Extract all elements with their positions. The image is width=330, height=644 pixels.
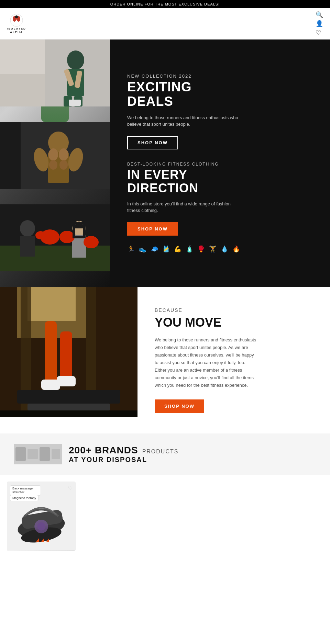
svg-rect-17 — [0, 122, 21, 189]
brands-image-strip — [14, 444, 62, 464]
wishlist-icon[interactable]: ♡ — [316, 29, 323, 36]
svg-point-31 — [35, 231, 46, 239]
hero-image-boxing — [0, 204, 110, 287]
svg-point-20 — [48, 148, 58, 161]
treadmill-desc: We belong to those runners and fitness e… — [155, 336, 258, 389]
category-icon-fire[interactable]: 🔥 — [232, 245, 240, 253]
product-label-magnetic: Magnetic therapy — [10, 495, 38, 501]
product-image: Back massager stretcher Magnetic therapy… — [7, 482, 75, 551]
category-icon-run[interactable]: 🏃 — [127, 245, 135, 253]
svg-rect-48 — [0, 410, 138, 417]
logo-icon — [10, 13, 23, 27]
svg-point-8 — [67, 50, 84, 70]
user-icon[interactable]: 👤 — [316, 20, 323, 27]
svg-rect-27 — [0, 246, 110, 271]
svg-point-35 — [84, 236, 99, 248]
shop-now-button-3[interactable]: SHOP NOW — [155, 399, 204, 413]
svg-rect-42 — [45, 321, 57, 383]
treadmill-because: BECAUSE — [155, 307, 313, 313]
hero-section: NEW COLLECTION 2022 EXCITING DEALS We be… — [0, 39, 330, 287]
svg-rect-50 — [15, 447, 26, 461]
hero-exciting-deals: EXCITING DEALS — [127, 80, 313, 109]
hero-desc2: In this online store you'll find a wide … — [127, 201, 244, 214]
product-label-massager: Back massager stretcher — [10, 485, 41, 496]
category-icon-boxing[interactable]: 🥊 — [197, 245, 205, 253]
svg-rect-52 — [40, 447, 50, 461]
svg-point-59 — [37, 522, 45, 531]
brands-count: 200+ BRANDS — [69, 445, 138, 456]
shop-now-button-1[interactable]: SHOP NOW — [127, 136, 178, 149]
category-icon-water[interactable]: 💧 — [221, 245, 228, 253]
hero-in-every-direction: IN EVERY DIRECTION — [127, 168, 313, 195]
svg-rect-43 — [60, 331, 72, 383]
hero-content: NEW COLLECTION 2022 EXCITING DEALS We be… — [110, 39, 330, 287]
product-card: Back massager stretcher Magnetic therapy… — [7, 482, 76, 551]
svg-point-4 — [15, 15, 18, 18]
svg-rect-47 — [28, 404, 110, 410]
svg-point-21 — [59, 148, 68, 161]
hero-new-collection: NEW COLLECTION 2022 — [127, 74, 313, 79]
svg-rect-46 — [17, 390, 120, 404]
category-icon-shoe[interactable]: 👟 — [139, 245, 146, 253]
svg-point-34 — [59, 231, 75, 243]
svg-point-22 — [49, 160, 57, 170]
svg-rect-51 — [28, 449, 38, 459]
hero-images — [0, 39, 110, 287]
treadmill-content: BECAUSE YOU MOVE We belong to those runn… — [138, 287, 330, 433]
treadmill-you-move: YOU MOVE — [155, 316, 313, 329]
brands-tagline: AT YOUR DISPOSAL — [69, 456, 316, 464]
svg-point-28 — [20, 220, 35, 237]
logo-text: ISOLATED ALPHA — [7, 27, 26, 34]
banner-text: ORDER ONLINE FOR THE MOST EXCLUSIVE DEAL… — [110, 2, 220, 6]
logo[interactable]: ISOLATED ALPHA — [7, 13, 26, 34]
brands-subtext: PRODUCTS — [142, 449, 179, 455]
svg-point-23 — [59, 160, 68, 170]
category-icon-muscle[interactable]: 💪 — [174, 245, 182, 253]
product-wishlist-icon[interactable]: ♡ — [68, 485, 73, 491]
category-icon-weights[interactable]: 🏋️ — [209, 245, 217, 253]
treadmill-section: BECAUSE YOU MOVE We belong to those runn… — [0, 287, 330, 433]
svg-rect-53 — [52, 449, 60, 459]
hero-image-fitness-woman — [0, 39, 110, 122]
products-section: Back massager stretcher Magnetic therapy… — [0, 475, 330, 558]
category-icons-row: 🏃 👟 🧢 🎽 💪 🧴 🥊 🏋️ 💧 🔥 — [127, 245, 313, 253]
svg-rect-3 — [14, 18, 19, 20]
brands-section: 200+ BRANDS PRODUCTS AT YOUR DISPOSAL — [0, 433, 330, 475]
svg-rect-45 — [57, 376, 76, 386]
shop-now-button-2[interactable]: SHOP NOW — [127, 222, 178, 236]
svg-rect-29 — [20, 236, 35, 257]
treadmill-image — [0, 287, 138, 417]
hero-best-looking: BEST-LOOKING FITNESS CLOTHING — [127, 162, 313, 167]
search-icon[interactable]: 🔍 — [316, 11, 323, 19]
category-icon-shirt[interactable]: 🎽 — [162, 245, 170, 253]
brands-text: 200+ BRANDS PRODUCTS AT YOUR DISPOSAL — [69, 445, 316, 464]
header: ISOLATED ALPHA 🔍 👤 ♡ — [0, 8, 330, 39]
category-icon-bottle[interactable]: 🧴 — [186, 245, 193, 253]
top-banner: ORDER ONLINE FOR THE MOST EXCLUSIVE DEAL… — [0, 0, 330, 8]
category-icon-cap[interactable]: 🧢 — [151, 245, 158, 253]
header-icons: 🔍 👤 ♡ — [316, 11, 323, 36]
hero-desc1: We belong to those runners and fitness e… — [127, 114, 244, 128]
svg-rect-13 — [74, 100, 81, 106]
svg-rect-39 — [28, 287, 76, 321]
svg-rect-7 — [0, 74, 45, 106]
hero-image-muscle-man — [0, 122, 110, 204]
